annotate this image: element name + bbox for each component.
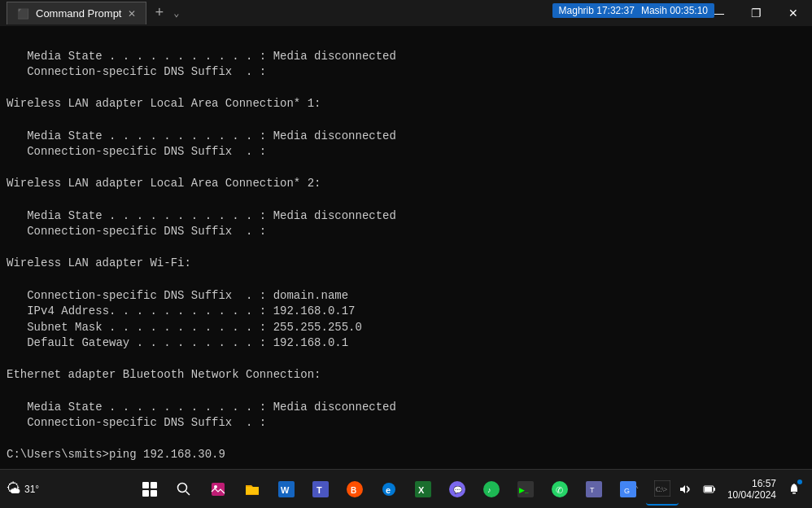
weather-widget[interactable]: 🌤 31° [7, 480, 39, 497]
search-icon [176, 481, 192, 497]
folder-icon [244, 481, 260, 497]
svg-point-0 [178, 483, 187, 492]
cmd-tab[interactable]: ⬛ Command Prompt ✕ [7, 2, 146, 24]
file-explorer-button[interactable] [236, 473, 268, 506]
teams-icon: T [312, 481, 329, 497]
brave-button[interactable]: B [338, 473, 371, 506]
svg-text:▶_: ▶_ [519, 486, 529, 494]
windows-icon [142, 482, 157, 497]
svg-text:G: G [624, 487, 630, 495]
svg-text:💬: 💬 [453, 485, 463, 495]
weather-icon: 🌤 [7, 480, 21, 497]
svg-text:B: B [351, 486, 356, 495]
cmd-pinned-button[interactable]: C:\> [646, 473, 679, 506]
gallery-button[interactable] [202, 473, 234, 506]
close-button[interactable]: ✕ [775, 0, 812, 26]
svg-text:T: T [590, 486, 595, 494]
svg-text:♪: ♪ [487, 486, 491, 494]
svg-point-3 [214, 485, 217, 488]
clock-time: 16:57 [752, 478, 776, 489]
window-controls: — ❐ ✕ [700, 0, 812, 26]
titlebar: ⬛ Command Prompt ✕ + ⌄ Maghrib 17:32:37 … [0, 0, 812, 26]
cmd-tab-icon: ⬛ [17, 8, 29, 20]
excel-button[interactable]: X [407, 473, 439, 506]
svg-text:X: X [418, 485, 425, 495]
prayer-time-label: Maghrib 17:32:37 [559, 5, 635, 16]
svg-text:W: W [281, 485, 290, 495]
svg-rect-30 [705, 487, 712, 492]
svg-text:e: e [386, 485, 391, 495]
spotify-button[interactable]: ♪ [475, 473, 508, 506]
prayer-countdown: Masih 00:35:10 [641, 5, 708, 16]
terminal-output: Media State . . . . . . . . . . . : Medi… [7, 33, 805, 469]
svg-text:✆: ✆ [556, 485, 563, 495]
terminal-area[interactable]: Media State . . . . . . . . . . . : Medi… [0, 26, 812, 469]
whatsapp-icon: ✆ [552, 481, 568, 497]
tab-dropdown-button[interactable]: ⌄ [168, 7, 184, 20]
notification-dot [797, 480, 802, 484]
duo-button[interactable]: G [612, 473, 644, 506]
svg-text:T: T [317, 485, 322, 495]
teams-button[interactable]: T [304, 473, 337, 506]
teams2-icon: T [586, 481, 602, 497]
whatsapp-button[interactable]: ✆ [544, 473, 576, 506]
notification-icon [788, 483, 801, 496]
battery-tray-button[interactable] [698, 473, 721, 506]
search-button[interactable] [168, 473, 200, 506]
maximize-button[interactable]: ❐ [737, 0, 775, 26]
prayer-timer-badge: Maghrib 17:32:37 Masih 00:35:10 [552, 3, 714, 18]
battery-icon [703, 483, 716, 496]
weather-temp: 31° [24, 484, 39, 495]
taskbar: 🌤 31° [0, 469, 812, 508]
terminal-icon: ▶_ [517, 481, 534, 497]
cmd-tab-label: Command Prompt [36, 7, 121, 20]
volume-icon [679, 483, 692, 496]
tab-close-button[interactable]: ✕ [128, 8, 136, 20]
start-button[interactable] [133, 473, 166, 506]
word-button[interactable]: W [270, 473, 303, 506]
cmd-pinned-icon: C:\> [654, 480, 670, 497]
teams2-button[interactable]: T [578, 473, 610, 506]
word-icon: W [278, 481, 295, 497]
clock-display[interactable]: 16:57 10/04/2024 [723, 478, 781, 501]
svg-line-1 [186, 491, 190, 495]
brave-icon: B [347, 481, 363, 497]
clock-date: 10/04/2024 [727, 489, 776, 501]
edge-button[interactable]: e [373, 473, 405, 506]
notification-button[interactable] [783, 473, 805, 506]
messaging-button[interactable]: 💬 [441, 473, 474, 506]
svg-rect-16 [483, 481, 500, 497]
taskbar-center-icons: W T B e X [133, 473, 679, 506]
spotify-icon: ♪ [483, 481, 500, 497]
edge-icon: e [381, 481, 397, 497]
svg-rect-31 [714, 488, 715, 491]
terminal-button[interactable]: ▶_ [509, 473, 542, 506]
svg-text:C:\>: C:\> [656, 486, 668, 493]
new-tab-button[interactable]: + [150, 5, 168, 21]
gallery-icon [210, 481, 226, 497]
excel-icon: X [415, 481, 431, 497]
svg-rect-32 [792, 493, 796, 494]
duo-icon: G [620, 481, 636, 497]
messaging-icon: 💬 [449, 481, 465, 497]
